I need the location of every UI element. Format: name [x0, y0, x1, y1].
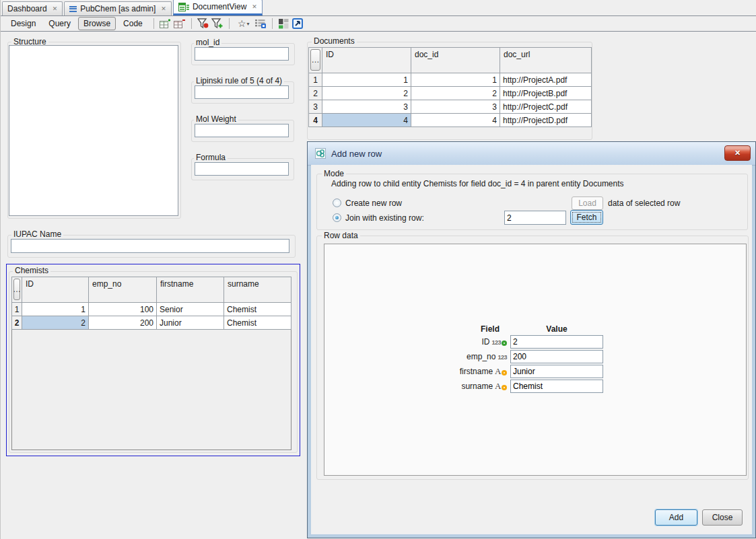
cell-selected[interactable]: 4 [322, 114, 411, 127]
emp-no-value-input[interactable] [510, 350, 603, 363]
mol-id-input[interactable] [195, 47, 289, 61]
close-button[interactable]: Close [702, 509, 743, 526]
id-value-input[interactable] [510, 335, 603, 349]
row-header[interactable]: 4 [309, 114, 322, 127]
join-row-id-input[interactable] [504, 211, 566, 225]
cell[interactable]: 1 [322, 73, 411, 87]
cell[interactable]: 1 [411, 73, 500, 87]
row-header[interactable]: 1 [12, 303, 22, 316]
row-header[interactable]: 1 [309, 73, 322, 87]
create-new-row-label[interactable]: Create new row [345, 199, 402, 208]
cell[interactable]: Chemist [224, 316, 291, 330]
table-row[interactable]: 3 3 3 http://ProjectC.pdf [309, 100, 592, 114]
table-corner-button[interactable]: … [13, 279, 20, 300]
table-corner-button[interactable]: … [310, 49, 320, 71]
cell[interactable]: 200 [89, 316, 157, 330]
table-header-row: … ID emp_no firstname surname [12, 277, 291, 303]
dialog-titlebar[interactable]: Add new row [308, 142, 755, 166]
cell[interactable]: 4 [411, 114, 500, 127]
row-header[interactable]: 3 [309, 100, 322, 114]
mol-weight-label: Mol Weight [194, 114, 238, 124]
table-row[interactable]: 2 2 2 http://ProjectB.pdf [309, 87, 592, 100]
close-icon[interactable]: ✕ [161, 6, 166, 12]
table-row-selected[interactable]: 4 4 4 http://ProjectD.pdf [309, 114, 592, 127]
lipinski-label: Lipinski rule of 5 (4 of 4) [194, 76, 284, 85]
cell[interactable]: http://ProjectB.pdf [500, 87, 592, 100]
app-window: Dashboard ✕ PubChem [as admin] ✕ Documen [0, 0, 756, 539]
column-header[interactable]: doc_id [411, 48, 500, 73]
structure-canvas[interactable] [9, 45, 178, 216]
query-mode-button[interactable]: Query [43, 17, 76, 30]
browse-mode-button[interactable]: Browse [78, 17, 116, 30]
add-row-icon[interactable] [160, 17, 172, 30]
tab-label: Dashboard [7, 4, 47, 13]
table-header-row: … ID doc_id doc_url [309, 48, 592, 73]
field-label-emp-no: emp_no123 [408, 352, 510, 361]
row-header[interactable]: 2 [12, 316, 22, 330]
mol-weight-input[interactable] [195, 124, 289, 137]
filter-include-icon[interactable] [211, 17, 224, 30]
documents-title: Documents [312, 36, 357, 46]
table-row[interactable]: 1 1 100 Senior Chemist [12, 303, 291, 316]
column-header[interactable]: ID [22, 277, 89, 303]
cell[interactable]: 100 [89, 303, 157, 316]
cell[interactable]: 3 [322, 100, 411, 114]
layout-icon[interactable] [278, 17, 290, 30]
dialog-close-button[interactable]: ✕ [724, 145, 751, 161]
column-header[interactable]: emp_no [89, 277, 157, 303]
table-row[interactable]: 1 1 1 http://ProjectA.pdf [309, 73, 592, 87]
close-icon[interactable]: ✕ [53, 6, 58, 12]
cell[interactable]: http://ProjectC.pdf [500, 100, 592, 114]
table-form-icon [178, 3, 189, 11]
fetch-button[interactable]: Fetch [570, 210, 603, 225]
text-type-icon: A [495, 381, 501, 391]
cell[interactable]: http://ProjectD.pdf [500, 114, 592, 127]
column-header[interactable]: ID [322, 48, 411, 73]
view-toolbar: Design Query Browse Code [1, 16, 756, 32]
cell[interactable]: Junior [157, 316, 224, 330]
tab-dashboard[interactable]: Dashboard ✕ [2, 1, 63, 15]
design-mode-button[interactable]: Design [5, 17, 41, 30]
cell[interactable]: Chemist [224, 303, 291, 316]
close-icon[interactable]: ✕ [252, 4, 257, 10]
iupac-input[interactable] [11, 239, 289, 253]
cell[interactable]: http://ProjectA.pdf [500, 73, 592, 87]
mol-id-label: mol_id [194, 38, 221, 47]
delete-row-icon[interactable] [174, 17, 186, 30]
cell[interactable]: 2 [322, 87, 411, 100]
chevron-down-icon: ▾ [247, 21, 250, 27]
chemists-table: … ID emp_no firstname surname 1 1 100 Se… [11, 277, 291, 330]
firstname-value-input[interactable] [510, 365, 603, 378]
tab-documentview[interactable]: DocumentView ✕ [173, 0, 263, 15]
column-header[interactable]: doc_url [500, 48, 592, 73]
join-existing-row-radio[interactable] [333, 213, 341, 222]
code-mode-button[interactable]: Code [118, 17, 148, 30]
create-new-row-radio[interactable] [333, 199, 341, 207]
formula-input[interactable] [195, 162, 289, 176]
tab-label: PubChem [as admin] [80, 4, 156, 13]
tab-pubchem[interactable]: PubChem [as admin] ✕ [64, 1, 172, 15]
toolbar-separator [191, 18, 192, 29]
cell[interactable]: 3 [411, 100, 500, 114]
cell[interactable]: 1 [22, 303, 89, 316]
load-button: Load [572, 196, 603, 210]
filter-exclude-icon[interactable] [197, 17, 209, 30]
value-header: Value [510, 324, 603, 334]
export-icon[interactable] [292, 17, 304, 30]
lipinski-input[interactable] [195, 85, 289, 99]
favorites-icon[interactable]: ☆ ▾ [235, 17, 252, 30]
numeric-type-icon: 123 [497, 354, 507, 361]
row-header[interactable]: 2 [309, 87, 322, 100]
column-header[interactable]: firstname [157, 277, 224, 303]
cell[interactable]: 2 [411, 87, 500, 100]
field-label-id: ID123 [408, 337, 510, 347]
join-existing-row-label[interactable]: Join with existing row: [345, 213, 424, 223]
cell-selected[interactable]: 2 [22, 316, 89, 330]
column-header[interactable]: surname [224, 277, 291, 303]
surname-value-input[interactable] [510, 380, 603, 393]
add-button[interactable]: Add [655, 509, 697, 526]
table-row-selected[interactable]: 2 2 200 Junior Chemist [12, 316, 291, 330]
cell[interactable]: Senior [157, 303, 224, 316]
column-settings-icon[interactable] [254, 17, 267, 30]
field-label-firstname: firstnameA [408, 366, 510, 377]
